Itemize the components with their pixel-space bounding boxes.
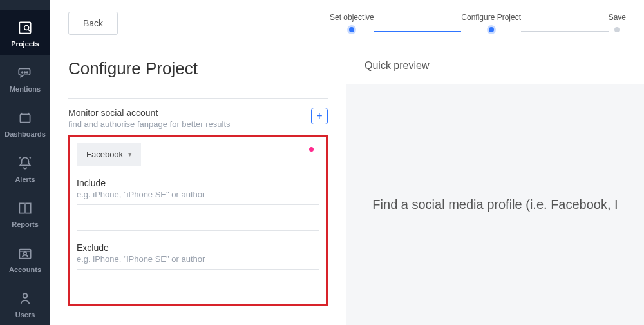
sidebar-item-mentions[interactable]: Mentions xyxy=(0,55,50,101)
include-input[interactable] xyxy=(77,204,319,231)
sidebar-item-label: Accounts xyxy=(9,266,41,273)
sidebar-item-label: Users xyxy=(15,311,35,319)
configure-panel: Configure Project Monitor social account… xyxy=(50,44,346,325)
stepper-dot-icon xyxy=(349,27,354,32)
stepper-dot-icon xyxy=(489,27,494,32)
source-dropdown[interactable]: Facebook ▾ xyxy=(77,143,141,166)
svg-rect-6 xyxy=(20,115,30,123)
include-block: Include e.g. iPhone, "iPhone SE" or auth… xyxy=(77,178,319,231)
svg-point-5 xyxy=(26,72,28,73)
sidebar-item-users[interactable]: Users xyxy=(0,281,50,325)
sidebar-item-label: Dashboards xyxy=(5,130,46,138)
projects-icon xyxy=(17,19,33,36)
svg-point-15 xyxy=(23,293,28,298)
preview-body: Find a social media profile (i.e. Facebo… xyxy=(346,84,644,325)
status-dot-icon xyxy=(309,147,314,152)
svg-line-11 xyxy=(30,157,31,158)
svg-point-4 xyxy=(24,72,26,73)
back-button[interactable]: Back xyxy=(68,12,118,35)
exclude-label: Exclude xyxy=(77,242,319,253)
page-title: Configure Project xyxy=(68,59,328,79)
exclude-block: Exclude e.g. iPhone, "iPhone SE" or auth… xyxy=(77,242,319,295)
stepper-step-objective[interactable]: Set objective xyxy=(330,14,374,32)
sidebar-item-projects[interactable]: Projects xyxy=(0,10,50,55)
stepper-step-save[interactable]: Save xyxy=(609,14,626,32)
reports-icon xyxy=(17,200,33,217)
sidebar: Projects Mentions Dashboards Alerts xyxy=(0,0,50,325)
sidebar-item-alerts[interactable]: Alerts xyxy=(0,146,50,191)
monitor-title: Monitor social account xyxy=(68,108,231,118)
stepper-dot-icon xyxy=(614,27,620,32)
stepper-step-configure[interactable]: Configure Project xyxy=(461,14,521,32)
highlight-box: Facebook ▾ Include e.g. iPhone, "iPhone … xyxy=(68,135,328,306)
stepper-line xyxy=(374,31,462,32)
main-column: Back Set objective Configure Project Sav… xyxy=(50,0,644,325)
topbar: Back Set objective Configure Project Sav… xyxy=(50,0,644,44)
sidebar-item-dashboards[interactable]: Dashboards xyxy=(0,101,50,146)
include-label: Include xyxy=(77,178,319,188)
svg-rect-12 xyxy=(19,250,30,259)
svg-line-2 xyxy=(28,29,30,30)
monitor-subtitle: find and authorise fanpage for better re… xyxy=(68,119,231,129)
sidebar-item-label: Reports xyxy=(12,221,39,228)
add-source-button[interactable]: + xyxy=(311,108,328,124)
monitor-section-head: Monitor social account find and authoris… xyxy=(68,98,328,129)
include-hint: e.g. iPhone, "iPhone SE" or author xyxy=(77,190,319,199)
stepper-label: Set objective xyxy=(330,13,374,22)
exclude-hint: e.g. iPhone, "iPhone SE" or author xyxy=(77,254,319,264)
chevron-down-icon: ▾ xyxy=(128,150,132,159)
svg-point-3 xyxy=(22,72,23,73)
preview-panel: Quick preview Find a social media profil… xyxy=(346,44,644,325)
svg-point-13 xyxy=(24,252,26,255)
accounts-icon xyxy=(17,245,33,262)
source-row: Facebook ▾ xyxy=(77,143,319,166)
sidebar-item-label: Alerts xyxy=(15,175,35,183)
sidebar-item-label: Projects xyxy=(11,40,39,48)
sidebar-item-reports[interactable]: Reports xyxy=(0,191,50,236)
dashboards-icon xyxy=(17,110,33,126)
mentions-icon xyxy=(17,64,33,81)
stepper: Set objective Configure Project Save xyxy=(330,14,626,32)
source-selected-label: Facebook xyxy=(86,150,123,159)
stepper-label: Save xyxy=(609,13,626,22)
stepper-label: Configure Project xyxy=(461,13,521,22)
svg-line-10 xyxy=(19,157,21,158)
svg-point-1 xyxy=(24,26,29,30)
users-icon xyxy=(17,290,33,307)
stepper-line xyxy=(521,31,609,32)
sidebar-item-label: Mentions xyxy=(10,85,41,93)
exclude-input[interactable] xyxy=(77,269,319,295)
alerts-icon xyxy=(17,155,33,172)
sidebar-item-accounts[interactable]: Accounts xyxy=(0,236,50,281)
preview-title: Quick preview xyxy=(346,44,644,84)
